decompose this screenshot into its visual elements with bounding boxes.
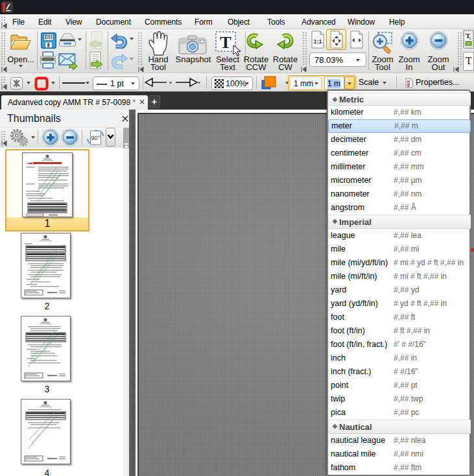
svg-text:T: T: [220, 33, 231, 52]
svg-text:90°: 90°: [91, 134, 101, 141]
svg-text:T: T: [466, 55, 472, 66]
svg-text:t: t: [469, 35, 471, 41]
svg-text:1:1: 1:1: [313, 38, 322, 45]
